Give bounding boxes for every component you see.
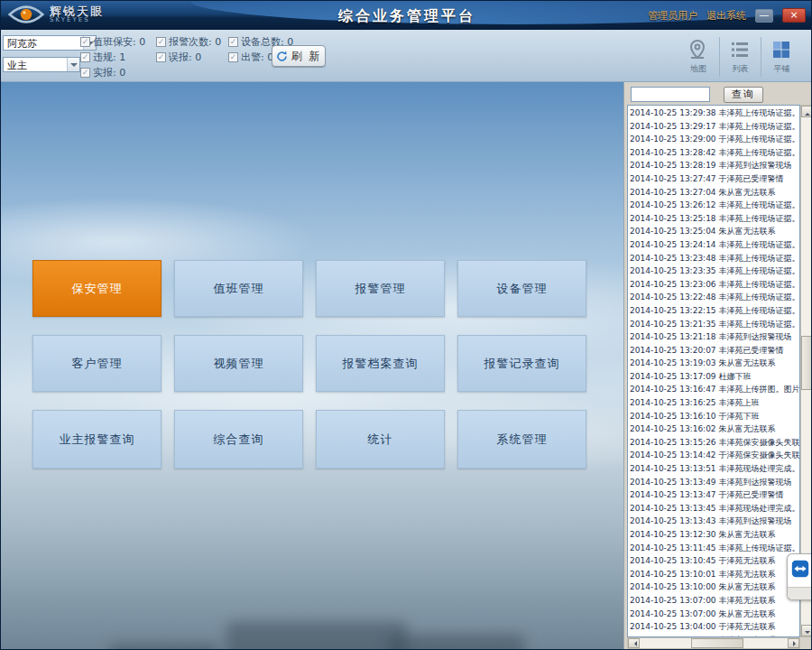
- menu-tile-zonghe[interactable]: 综合查询: [174, 410, 303, 469]
- scroll-right-icon[interactable]: [788, 638, 799, 648]
- log-entry[interactable]: 2014-10-25 13:21:35 丰泽苑上传现场证据。图片: [630, 318, 799, 331]
- filter-checkbox-weigui[interactable]: ✓违规: 1: [80, 50, 156, 64]
- main-content: 保安管理值班管理报警管理设备管理客户管理视频管理报警档案查询报警记录查询业主报警…: [1, 82, 623, 650]
- view-label: 地图: [690, 63, 706, 75]
- log-entry[interactable]: 2014-10-25 13:21:18 丰泽苑到达报警现场: [630, 330, 799, 344]
- chevron-down-icon[interactable]: [67, 58, 79, 71]
- log-entry[interactable]: 2014-10-25 13:16:25 丰泽苑上班: [630, 396, 799, 410]
- checkbox-icon[interactable]: ✓: [228, 52, 238, 62]
- log-entry[interactable]: 2014-10-25 13:29:00 于泽苑上传现场证据。图片: [630, 133, 799, 146]
- menu-tile-tongji[interactable]: 统计: [316, 410, 445, 469]
- horizontal-scroll-thumb[interactable]: [691, 638, 743, 648]
- menu-tile-baojingjilu[interactable]: 报警记录查询: [457, 335, 586, 392]
- refresh-label: 刷 新: [291, 49, 322, 64]
- menu-tile-shipin[interactable]: 视频管理: [174, 335, 303, 392]
- log-entry[interactable]: 2014-10-25 13:13:45 丰泽苑现场处理完成。结果: [630, 502, 799, 515]
- checkbox-label: 报警次数: 0: [169, 35, 221, 49]
- menu-tile-baojing[interactable]: 报警管理: [316, 260, 445, 317]
- log-entry[interactable]: 2014-10-25 13:17:09 杜娜下班: [630, 370, 799, 384]
- menu-tile-yezhubaojing[interactable]: 业主报警查询: [32, 410, 161, 469]
- log-entry[interactable]: 2014-10-25 13:28:19 丰泽苑到达报警现场: [630, 159, 799, 172]
- log-entry[interactable]: 2014-10-25 13:23:35 丰泽苑上传现场证据。图片: [630, 265, 799, 278]
- view-map-button[interactable]: 地图: [678, 37, 719, 77]
- log-entry[interactable]: 2014-10-25 13:15:26 丰泽苑保安摄像头失联: [630, 436, 799, 450]
- scroll-down-icon[interactable]: [801, 625, 812, 636]
- log-entry[interactable]: 2014-10-25 13:16:47 丰泽苑上传拼图。图片: [630, 383, 799, 396]
- log-entry[interactable]: 2014-10-25 13:27:04 朱从富无法联系: [630, 186, 799, 200]
- log-entry[interactable]: 2014-10-25 13:10:00 朱从富无法联系: [630, 580, 799, 594]
- view-tile-button[interactable]: 平铺: [761, 37, 802, 77]
- log-entry[interactable]: 2014-10-25 13:22:48 丰泽苑上传现场证据。视频: [630, 291, 799, 304]
- log-entry[interactable]: 2014-10-25 13:23:06 丰泽苑上传现场证据。图片: [630, 278, 799, 292]
- menu-tile-shebei[interactable]: 设备管理: [457, 260, 586, 317]
- logout-link[interactable]: 退出系统: [706, 9, 746, 23]
- checkbox-icon[interactable]: ✓: [156, 37, 166, 47]
- search-button[interactable]: 查询: [724, 87, 763, 103]
- log-entry[interactable]: 2014-10-25 13:24:14 丰泽苑上传现场证据。音频: [630, 238, 799, 252]
- log-entry[interactable]: 2014-10-25 13:27:47 于泽苑已受理警情: [630, 172, 799, 186]
- scroll-up-icon[interactable]: [801, 106, 812, 117]
- skyline-silhouette: [389, 635, 524, 650]
- log-entry[interactable]: 2014-10-25 13:13:51 丰泽苑现场处理完成。结果: [630, 462, 799, 476]
- menu-tile-zhiban[interactable]: 值班管理: [174, 260, 303, 317]
- log-entry[interactable]: 2014-10-25 13:12:30 朱从富无法联系: [630, 528, 799, 542]
- log-list[interactable]: 2014-10-25 13:29:38 丰泽苑上传现场证据。音频2014-10-…: [627, 105, 800, 637]
- filter-checkbox-baojing[interactable]: ✓报警次数: 0: [156, 34, 228, 49]
- horizontal-scrollbar[interactable]: [627, 637, 800, 649]
- log-entry[interactable]: 2014-10-25 13:20:07 丰泽苑已受理警情: [630, 344, 799, 358]
- filter-checkbox-zhiban[interactable]: ✓值班保安: 0: [80, 34, 156, 49]
- scroll-left-icon[interactable]: [628, 638, 640, 648]
- checkbox-icon[interactable]: ✓: [228, 37, 238, 47]
- checkbox-icon[interactable]: ✓: [80, 68, 90, 78]
- role-select[interactable]: 业主: [3, 57, 80, 72]
- skyeye-logo-icon: [8, 3, 44, 26]
- region-select-value: 阿克苏: [7, 38, 37, 50]
- log-entry[interactable]: 2014-10-25 13:11:45 丰泽苑上传现场证据。图片: [630, 542, 799, 555]
- refresh-button[interactable]: 刷 新: [272, 45, 326, 67]
- checkbox-label: 出警: 0: [241, 51, 273, 64]
- remote-support-tab[interactable]: [787, 553, 812, 600]
- refresh-icon: [276, 51, 288, 62]
- log-entry[interactable]: 2014-10-25 13:14:42 于泽苑保安摄像头失联: [630, 449, 799, 462]
- filter-checkbox-wubao[interactable]: ✓误报: 0: [156, 50, 228, 64]
- log-entry[interactable]: 2014-10-25 13:13:49 丰泽苑到达报警现场: [630, 476, 799, 489]
- log-entry[interactable]: 2014-10-25 13:19:03 朱从富无法联系: [630, 357, 799, 370]
- filter-checkbox-shibao[interactable]: ✓实报: 0: [80, 65, 156, 79]
- checkbox-icon[interactable]: ✓: [80, 37, 90, 47]
- log-entry[interactable]: 2014-10-25 13:04:00 于泽苑无法联系: [630, 620, 799, 634]
- menu-tile-kehu[interactable]: 客户管理: [32, 335, 161, 392]
- menu-tile-baojingdangan[interactable]: 报警档案查询: [316, 335, 445, 392]
- vertical-scroll-thumb[interactable]: [801, 336, 812, 390]
- log-entry[interactable]: 2014-10-25 13:10:01 丰泽苑无法联系: [630, 568, 799, 581]
- checkbox-label: 违规: 1: [93, 51, 125, 64]
- log-entry[interactable]: 2014-10-25 13:07:00 丰泽苑无法联系: [630, 594, 799, 608]
- menu-tile-xitong[interactable]: 系统管理: [457, 410, 586, 469]
- log-entry[interactable]: 2014-10-25 13:28:42 丰泽苑上传现场证据。视频: [630, 146, 799, 160]
- checkbox-label: 误报: 0: [169, 51, 201, 64]
- log-entry[interactable]: 2014-10-25 13:16:10 于泽苑下班: [630, 410, 799, 423]
- log-entry[interactable]: 2014-10-25 13:16:02 朱从富无法联系: [630, 422, 799, 436]
- log-entry[interactable]: 2014-10-25 13:26:12 丰泽苑上传现场证据。音频: [630, 199, 799, 212]
- checkbox-icon[interactable]: ✓: [156, 52, 166, 62]
- list-view-icon: [729, 39, 752, 62]
- log-entry[interactable]: 2014-10-25 13:29:38 丰泽苑上传现场证据。音频: [630, 107, 799, 120]
- log-entry[interactable]: 2014-10-25 13:25:18 丰泽苑上传现场证据。音频: [630, 212, 799, 226]
- tab-fold: [788, 587, 812, 599]
- log-entry[interactable]: 2014-10-25 13:25:04 朱从富无法联系: [630, 225, 799, 238]
- admin-user-link[interactable]: 管理员用户: [648, 9, 697, 23]
- log-entry[interactable]: 2014-10-25 13:22:15 丰泽苑上传现场证据。视频: [630, 304, 799, 318]
- checkbox-icon[interactable]: ✓: [80, 52, 90, 62]
- log-entry[interactable]: 2014-10-25 13:29:17 丰泽苑上传现场证据。图片: [630, 120, 799, 134]
- log-entry[interactable]: 2014-10-25 13:23:48 丰泽苑上传现场证据。图片: [630, 252, 799, 265]
- close-button[interactable]: ×: [782, 8, 806, 23]
- map-view-icon: [687, 39, 710, 62]
- log-entry[interactable]: 2014-10-25 13:10:45 于泽苑无法联系: [630, 554, 799, 568]
- log-entry[interactable]: 2014-10-25 13:07:00 朱从富无法联系: [630, 608, 799, 621]
- minimize-button[interactable]: —: [755, 9, 773, 23]
- log-entry[interactable]: 2014-10-25 13:13:43 丰泽苑到达报警现场: [630, 515, 799, 528]
- logo-subtitle: SKYEYES: [50, 17, 104, 23]
- menu-tile-baoan[interactable]: 保安管理: [32, 260, 161, 317]
- search-input[interactable]: [631, 87, 710, 102]
- view-list-button[interactable]: 列表: [719, 37, 761, 77]
- log-entry[interactable]: 2014-10-25 13:13:47 于泽苑已受理警情: [630, 488, 799, 502]
